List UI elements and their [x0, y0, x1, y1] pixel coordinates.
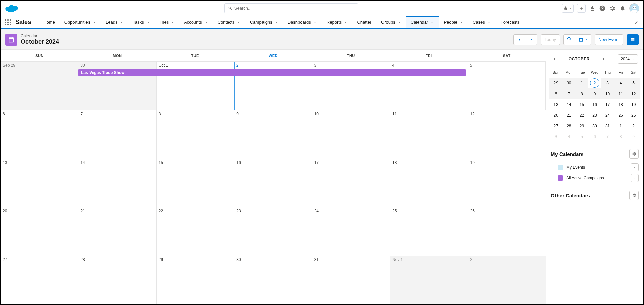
day-cell[interactable]: 31 [312, 256, 390, 304]
mini-day[interactable]: 11 [614, 88, 627, 99]
day-cell[interactable]: 2 [468, 256, 546, 304]
nav-item-reports[interactable]: Reports [322, 16, 353, 28]
mini-day[interactable]: 9 [588, 88, 601, 99]
day-cell[interactable]: Nov 1 [390, 256, 468, 304]
day-cell[interactable]: 13 [1, 159, 78, 207]
notification-bell-icon[interactable] [619, 5, 626, 12]
year-selector[interactable]: 2024 [618, 54, 638, 64]
nav-item-tasks[interactable]: Tasks [128, 16, 155, 28]
day-cell[interactable]: 25 [390, 207, 468, 256]
day-cell[interactable]: 21 [78, 207, 156, 256]
today-button[interactable]: Today [541, 34, 560, 45]
day-cell[interactable]: 29 [157, 256, 234, 304]
mini-day[interactable]: 19 [629, 100, 638, 109]
calendar-item-menu[interactable] [631, 174, 639, 182]
mini-day[interactable]: 4 [614, 78, 627, 88]
mini-day[interactable]: 29 [577, 121, 586, 131]
mini-day[interactable]: 6 [590, 132, 599, 141]
mini-day[interactable]: 1 [616, 121, 625, 131]
day-cell[interactable]: 22 [157, 207, 234, 256]
mini-day[interactable]: 23 [590, 111, 599, 120]
mini-next-month[interactable] [601, 56, 607, 62]
nav-item-forecasts[interactable]: Forecasts [496, 16, 524, 28]
mini-day[interactable]: 5 [577, 132, 586, 141]
mini-prev-month[interactable] [551, 56, 558, 62]
mini-day[interactable]: 12 [627, 88, 640, 99]
setup-gear-icon[interactable] [609, 5, 616, 12]
day-cell[interactable]: 7 [78, 110, 156, 159]
my-calendars-settings[interactable] [629, 149, 639, 159]
mini-day[interactable]: 26 [629, 111, 638, 120]
mini-day[interactable]: 20 [551, 111, 561, 120]
nav-item-campaigns[interactable]: Campaigns [245, 16, 283, 28]
prev-month-button[interactable] [513, 34, 525, 45]
mini-day[interactable]: 25 [616, 111, 625, 120]
view-picker-button[interactable] [575, 34, 591, 45]
help-icon[interactable] [599, 5, 606, 12]
day-cell[interactable]: 23 [234, 207, 312, 256]
other-calendars-settings[interactable] [629, 191, 639, 200]
mini-day[interactable]: 18 [616, 100, 625, 109]
search-input[interactable] [234, 6, 355, 11]
mini-day[interactable]: 17 [603, 100, 612, 109]
day-cell[interactable]: 16 [234, 159, 312, 207]
day-cell[interactable]: 28 [78, 256, 156, 304]
nav-item-dashboards[interactable]: Dashboards [283, 16, 322, 28]
mini-day[interactable]: 8 [575, 88, 588, 99]
mini-day[interactable]: 9 [629, 132, 638, 141]
mini-day[interactable]: 15 [577, 100, 586, 109]
day-cell[interactable]: 8 [157, 110, 234, 159]
day-cell[interactable]: 15 [157, 159, 234, 207]
mini-day[interactable]: 27 [551, 121, 561, 131]
new-event-button[interactable]: New Event [595, 34, 623, 45]
day-cell[interactable]: 24 [312, 207, 390, 256]
mini-day[interactable]: 28 [564, 121, 574, 131]
mini-day[interactable]: 1 [575, 78, 588, 88]
day-cell[interactable]: 20 [1, 207, 78, 256]
day-cell[interactable]: 12 [468, 110, 546, 159]
mini-day[interactable]: 3 [601, 78, 614, 88]
mini-day[interactable]: 30 [590, 121, 599, 131]
app-launcher[interactable] [1, 16, 15, 28]
favorites-button[interactable] [562, 4, 574, 13]
calendar-event[interactable]: Las Vegas Trade Show [78, 69, 465, 76]
next-month-button[interactable] [525, 34, 537, 45]
day-cell[interactable]: 27 [1, 256, 78, 304]
mini-day[interactable]: 4 [564, 132, 574, 141]
day-cell[interactable]: 9 [234, 110, 312, 159]
nav-item-home[interactable]: Home [39, 16, 60, 28]
nav-item-groups[interactable]: Groups [376, 16, 406, 28]
mini-day[interactable]: 3 [551, 132, 561, 141]
mini-day[interactable]: 14 [564, 100, 574, 109]
day-cell[interactable]: 18 [390, 159, 468, 207]
mini-day[interactable]: 31 [603, 121, 612, 131]
refresh-button[interactable] [563, 34, 575, 45]
day-cell[interactable]: Sep 29 [1, 62, 78, 110]
nav-item-people[interactable]: People [439, 16, 468, 28]
mini-day[interactable]: 7 [563, 88, 576, 99]
day-cell[interactable]: 30 [234, 256, 312, 304]
nav-item-cases[interactable]: Cases [468, 16, 496, 28]
nav-item-contacts[interactable]: Contacts [213, 16, 245, 28]
mini-day[interactable]: 2 [590, 78, 599, 88]
mini-day[interactable]: 8 [616, 132, 625, 141]
day-cell[interactable]: 17 [312, 159, 390, 207]
calendar-color-swatch[interactable] [558, 175, 563, 181]
side-panel-toggle-button[interactable] [627, 34, 639, 45]
nav-item-chatter[interactable]: Chatter [352, 16, 376, 28]
nav-item-leads[interactable]: Leads [101, 16, 128, 28]
nav-item-opportunities[interactable]: Opportunities [60, 16, 101, 28]
day-cell[interactable]: 14 [78, 159, 156, 207]
add-button[interactable] [577, 4, 586, 13]
mini-day[interactable]: 30 [563, 78, 576, 88]
mini-day[interactable]: 7 [603, 132, 612, 141]
mini-day[interactable]: 16 [590, 100, 599, 109]
day-cell[interactable]: 26 [468, 207, 546, 256]
mini-day[interactable]: 10 [601, 88, 614, 99]
nav-item-calendar[interactable]: Calendar [406, 16, 439, 28]
mini-day[interactable]: 21 [564, 111, 574, 120]
day-cell[interactable]: 11 [390, 110, 468, 159]
mini-day[interactable]: 6 [549, 88, 563, 99]
nav-item-accounts[interactable]: Accounts [179, 16, 213, 28]
mini-day[interactable]: 29 [549, 78, 563, 88]
